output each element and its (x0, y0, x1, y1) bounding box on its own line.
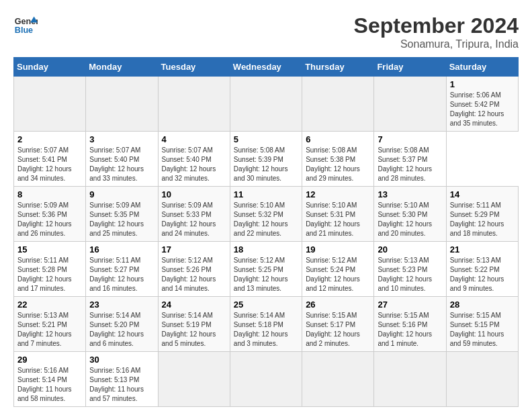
day-header-tuesday: Tuesday (158, 58, 230, 77)
calendar-cell-8: 8Sunrise: 5:09 AMSunset: 5:36 PMDaylight… (14, 187, 86, 242)
day-info: Sunrise: 5:08 AMSunset: 5:37 PMDaylight:… (378, 146, 442, 183)
day-number: 3 (89, 134, 154, 144)
day-number: 6 (306, 134, 370, 144)
day-info: Sunrise: 5:08 AMSunset: 5:39 PMDaylight:… (234, 146, 298, 183)
day-info: Sunrise: 5:14 AMSunset: 5:20 PMDaylight:… (89, 311, 154, 349)
title-area: September 2024 Sonamura, Tripura, India (354, 13, 519, 50)
day-info: Sunrise: 5:11 AMSunset: 5:27 PMDaylight:… (89, 256, 154, 293)
calendar-cell-14: 14Sunrise: 5:11 AMSunset: 5:29 PMDayligh… (446, 187, 518, 242)
calendar-cell-15: 15Sunrise: 5:11 AMSunset: 5:28 PMDayligh… (14, 242, 86, 297)
header: General Blue September 2024 Sonamura, Tr… (13, 13, 519, 50)
day-info: Sunrise: 5:15 AMSunset: 5:15 PMDaylight:… (450, 311, 515, 349)
calendar-cell-12: 12Sunrise: 5:10 AMSunset: 5:31 PMDayligh… (302, 187, 374, 242)
calendar-cell-13: 13Sunrise: 5:10 AMSunset: 5:30 PMDayligh… (374, 187, 446, 242)
day-info: Sunrise: 5:12 AMSunset: 5:26 PMDaylight:… (162, 256, 226, 293)
day-number: 8 (17, 189, 82, 199)
day-number: 23 (89, 300, 154, 310)
day-number: 24 (162, 300, 226, 310)
day-info: Sunrise: 5:16 AMSunset: 5:14 PMDaylight:… (17, 366, 82, 404)
svg-text:Blue: Blue (15, 26, 33, 35)
day-number: 22 (17, 300, 82, 310)
day-info: Sunrise: 5:14 AMSunset: 5:18 PMDaylight:… (234, 311, 298, 349)
day-number: 29 (17, 355, 82, 365)
day-info: Sunrise: 5:13 AMSunset: 5:21 PMDaylight:… (17, 311, 82, 349)
calendar-cell-29: 29Sunrise: 5:16 AMSunset: 5:14 PMDayligh… (14, 352, 86, 407)
day-info: Sunrise: 5:15 AMSunset: 5:16 PMDaylight:… (378, 311, 442, 349)
calendar-cell-30: 30Sunrise: 5:16 AMSunset: 5:13 PMDayligh… (86, 352, 158, 407)
calendar-cell-21: 21Sunrise: 5:13 AMSunset: 5:22 PMDayligh… (446, 242, 518, 297)
day-number: 27 (378, 300, 442, 310)
calendar-cell-20: 20Sunrise: 5:13 AMSunset: 5:23 PMDayligh… (374, 242, 446, 297)
calendar-cell-23: 23Sunrise: 5:14 AMSunset: 5:20 PMDayligh… (86, 297, 158, 352)
day-number: 1 (450, 79, 515, 89)
day-info: Sunrise: 5:09 AMSunset: 5:33 PMDaylight:… (162, 201, 226, 238)
calendar-week-3: 8Sunrise: 5:09 AMSunset: 5:36 PMDaylight… (14, 187, 519, 242)
calendar-cell-5: 5Sunrise: 5:08 AMSunset: 5:39 PMDaylight… (230, 132, 302, 187)
day-info: Sunrise: 5:14 AMSunset: 5:19 PMDaylight:… (162, 311, 226, 349)
day-number: 9 (89, 189, 154, 199)
logo-icon: General Blue (13, 13, 38, 38)
calendar-cell-7: 7Sunrise: 5:08 AMSunset: 5:37 PMDaylight… (374, 132, 446, 187)
day-number: 10 (162, 189, 226, 199)
day-info: Sunrise: 5:09 AMSunset: 5:35 PMDaylight:… (89, 201, 154, 238)
calendar-cell-empty (374, 77, 446, 132)
day-number: 17 (162, 244, 226, 255)
calendar-cell-1: 1Sunrise: 5:06 AMSunset: 5:42 PMDaylight… (446, 77, 518, 132)
day-number: 4 (162, 134, 226, 144)
calendar-cell-4: 4Sunrise: 5:07 AMSunset: 5:40 PMDaylight… (158, 132, 230, 187)
calendar-cell-empty (374, 352, 446, 407)
day-info: Sunrise: 5:10 AMSunset: 5:31 PMDaylight:… (306, 201, 370, 238)
calendar-week-2: 2Sunrise: 5:07 AMSunset: 5:41 PMDaylight… (14, 132, 519, 187)
calendar-week-1: 1Sunrise: 5:06 AMSunset: 5:42 PMDaylight… (14, 77, 519, 132)
day-header-thursday: Thursday (302, 58, 374, 77)
day-header-monday: Monday (86, 58, 158, 77)
day-header-wednesday: Wednesday (230, 58, 302, 77)
day-number: 12 (306, 189, 370, 199)
day-number: 21 (450, 244, 515, 255)
calendar-cell-16: 16Sunrise: 5:11 AMSunset: 5:27 PMDayligh… (86, 242, 158, 297)
calendar-cell-11: 11Sunrise: 5:10 AMSunset: 5:32 PMDayligh… (230, 187, 302, 242)
calendar-cell-empty (158, 77, 230, 132)
calendar-cell-28: 28Sunrise: 5:15 AMSunset: 5:15 PMDayligh… (446, 297, 518, 352)
day-header-saturday: Saturday (446, 58, 518, 77)
calendar-cell-27: 27Sunrise: 5:15 AMSunset: 5:16 PMDayligh… (374, 297, 446, 352)
calendar-cell-empty (158, 352, 230, 407)
calendar-cell-empty (302, 77, 374, 132)
day-info: Sunrise: 5:10 AMSunset: 5:32 PMDaylight:… (234, 201, 298, 238)
day-info: Sunrise: 5:09 AMSunset: 5:36 PMDaylight:… (17, 201, 82, 238)
day-number: 18 (234, 244, 298, 255)
calendar-body: 1Sunrise: 5:06 AMSunset: 5:42 PMDaylight… (14, 77, 519, 407)
calendar-table: SundayMondayTuesdayWednesdayThursdayFrid… (13, 57, 519, 407)
day-number: 25 (234, 300, 298, 310)
day-number: 2 (17, 134, 82, 144)
day-number: 15 (17, 244, 82, 255)
calendar-cell-24: 24Sunrise: 5:14 AMSunset: 5:19 PMDayligh… (158, 297, 230, 352)
calendar-cell-empty (14, 77, 86, 132)
day-info: Sunrise: 5:07 AMSunset: 5:40 PMDaylight:… (89, 146, 154, 183)
day-number: 26 (306, 300, 370, 310)
day-info: Sunrise: 5:11 AMSunset: 5:29 PMDaylight:… (450, 201, 515, 238)
day-info: Sunrise: 5:13 AMSunset: 5:23 PMDaylight:… (378, 256, 442, 293)
calendar-cell-empty (302, 352, 374, 407)
calendar-cell-10: 10Sunrise: 5:09 AMSunset: 5:33 PMDayligh… (158, 187, 230, 242)
day-info: Sunrise: 5:13 AMSunset: 5:22 PMDaylight:… (450, 256, 515, 293)
calendar-cell-17: 17Sunrise: 5:12 AMSunset: 5:26 PMDayligh… (158, 242, 230, 297)
calendar-cell-3: 3Sunrise: 5:07 AMSunset: 5:40 PMDaylight… (86, 132, 158, 187)
day-header-friday: Friday (374, 58, 446, 77)
calendar-week-5: 22Sunrise: 5:13 AMSunset: 5:21 PMDayligh… (14, 297, 519, 352)
calendar-cell-empty (230, 352, 302, 407)
day-info: Sunrise: 5:16 AMSunset: 5:13 PMDaylight:… (89, 366, 154, 404)
day-number: 5 (234, 134, 298, 144)
day-info: Sunrise: 5:08 AMSunset: 5:38 PMDaylight:… (306, 146, 370, 183)
calendar-cell-2: 2Sunrise: 5:07 AMSunset: 5:41 PMDaylight… (14, 132, 86, 187)
calendar-week-4: 15Sunrise: 5:11 AMSunset: 5:28 PMDayligh… (14, 242, 519, 297)
calendar-cell-19: 19Sunrise: 5:12 AMSunset: 5:24 PMDayligh… (302, 242, 374, 297)
day-number: 11 (234, 189, 298, 199)
calendar-cell-empty (86, 77, 158, 132)
calendar-cell-empty (446, 352, 518, 407)
day-number: 16 (89, 244, 154, 255)
calendar-cell-empty (230, 77, 302, 132)
day-info: Sunrise: 5:10 AMSunset: 5:30 PMDaylight:… (378, 201, 442, 238)
calendar-cell-18: 18Sunrise: 5:12 AMSunset: 5:25 PMDayligh… (230, 242, 302, 297)
day-number: 7 (378, 134, 442, 144)
